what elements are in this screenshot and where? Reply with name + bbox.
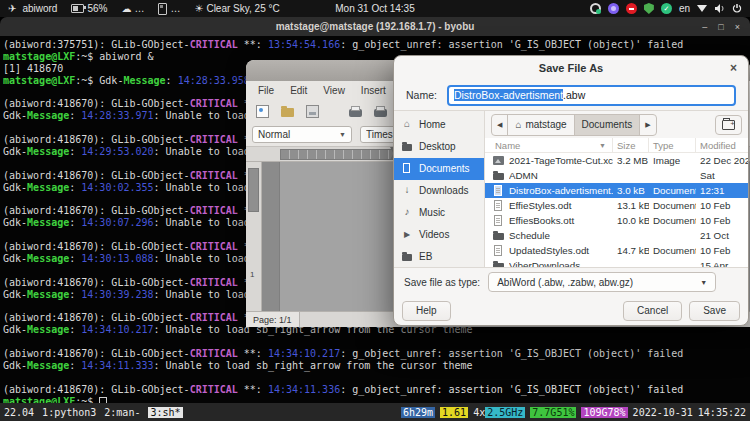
save-icon[interactable] [306, 105, 319, 118]
sidebar-item-label: Documents [419, 163, 470, 174]
vertical-ruler[interactable]: 1 [246, 162, 262, 311]
help-button[interactable]: Help [402, 301, 451, 321]
shield-tray-icon[interactable] [644, 3, 654, 14]
file-row[interactable]: UpdatedStyles.odt14.7 kBDocument10 Feb [485, 243, 748, 258]
filename-selected-text: DistroBox-advertisment [454, 89, 563, 101]
byobu-window-3[interactable]: 3:sh* [148, 407, 182, 418]
sidebar-item-label: Videos [419, 229, 449, 240]
power-icon[interactable] [732, 3, 742, 14]
music-icon [401, 207, 413, 218]
column-size[interactable]: Size [613, 138, 649, 152]
device-value: … [170, 3, 180, 14]
battery-indicator[interactable]: 56% [71, 3, 107, 14]
byobu-uptime: 6h29m [401, 407, 435, 418]
sidebar-item-eb[interactable]: EB [394, 245, 484, 267]
terminal-titlebar[interactable]: matstage@matstage (192.168.1.7) - byobu … [0, 17, 750, 36]
file-row[interactable]: ADMNSat [485, 168, 748, 183]
cloud-indicator[interactable]: ☁ … [121, 3, 144, 14]
dialog-title: Save File As [539, 62, 603, 74]
file-row[interactable]: Schedule21 Oct [485, 228, 748, 243]
volume-icon[interactable] [714, 3, 725, 14]
file-name: ADMN [509, 170, 613, 181]
home-icon [401, 119, 413, 130]
menu-edit[interactable]: Edit [282, 83, 315, 98]
save-button[interactable]: Save [689, 301, 740, 321]
terminal-line [3, 372, 747, 384]
sidebar-item-downloads[interactable]: Downloads [394, 180, 484, 202]
document-icon [493, 200, 504, 211]
name-label: Name: [406, 89, 437, 101]
file-row[interactable]: EffiesBooks.ott10.0 kBDocument10 Feb [485, 213, 748, 228]
keyboard-layout[interactable]: en [679, 3, 690, 14]
byobu-cpu-freq: 2.5GHz [485, 407, 525, 418]
network-icon[interactable] [697, 5, 707, 12]
close-button[interactable]: × [735, 22, 740, 32]
maximize-button[interactable]: □ [718, 22, 723, 32]
column-type[interactable]: Type [649, 138, 696, 152]
breadcrumb-home[interactable]: ⌂ matstage [508, 115, 574, 135]
menu-view[interactable]: View [315, 83, 353, 98]
filetype-dropdown[interactable]: AbiWord (.abw, .zabw, abw.gz) ▼ [488, 272, 716, 292]
sidebar-item-desktop[interactable]: Desktop [394, 136, 484, 158]
device-indicator[interactable]: … [158, 3, 180, 15]
file-type: Document [649, 200, 696, 211]
document-icon [493, 245, 504, 256]
sidebar-item-home[interactable]: Home [394, 114, 484, 136]
folder-icon [493, 230, 504, 241]
back-button[interactable]: ◀ [492, 115, 508, 135]
sidebar-item-videos[interactable]: Videos [394, 223, 484, 245]
byobu-window-2[interactable]: 2:man- [104, 407, 140, 418]
screencast-tray-icon[interactable] [590, 3, 601, 14]
byobu-date: 2022-10-31 [633, 407, 693, 418]
forward-button[interactable]: ▶ [640, 115, 655, 135]
path-bar: ◀ ⌂ matstage Documents ▶ [485, 111, 748, 138]
new-folder-button[interactable] [715, 115, 742, 135]
sidebar-item-music[interactable]: Music [394, 201, 484, 223]
file-type: Document [649, 245, 696, 256]
abiword-app-icon: ✈ [8, 4, 16, 14]
file-modified: 21 Oct [696, 230, 748, 241]
file-list-header: Name ▼ Size Type Modified [485, 138, 748, 153]
notification-tray-icon[interactable] [626, 3, 637, 14]
print-preview-icon[interactable] [374, 109, 387, 117]
cancel-button[interactable]: Cancel [623, 301, 682, 321]
file-row[interactable]: ViberDownloads15 Apr [485, 258, 748, 267]
byobu-window-1[interactable]: 1:python3 [42, 407, 96, 418]
viber-tray-icon[interactable] [608, 3, 619, 14]
minimize-button[interactable]: – [702, 22, 707, 32]
page-indicator[interactable]: Page: 1/1 [246, 312, 300, 327]
file-type: Document [649, 215, 696, 226]
file-name: 2021-TageTomte-Cut.xcf [509, 155, 613, 166]
sidebar-item-label: Music [419, 207, 445, 218]
updates-ok-tray-icon[interactable]: ✓ [661, 3, 672, 14]
filetype-row: Save file as type: AbiWord (.abw, .zabw,… [394, 268, 748, 296]
style-dropdown[interactable]: Normal ▼ [252, 126, 352, 143]
page-margin-strip [262, 162, 280, 311]
new-document-icon[interactable] [256, 105, 269, 118]
breadcrumb-current[interactable]: Documents [575, 115, 641, 135]
focused-app-name[interactable]: abiword [22, 3, 57, 14]
style-name: Normal [258, 129, 290, 140]
sidebar-item-documents[interactable]: Documents [394, 158, 484, 180]
column-modified[interactable]: Modified [696, 138, 748, 152]
filename-input[interactable]: DistroBox-advertisment .abw [447, 85, 736, 106]
filetype-label: Save file as type: [404, 277, 480, 288]
byobu-load: 1.61 [440, 407, 468, 418]
filename-extension: .abw [563, 89, 585, 101]
byobu-disk: 109G78% [581, 407, 627, 418]
folder-icon [493, 260, 504, 267]
column-name[interactable]: Name ▼ [485, 138, 613, 152]
image-icon [493, 155, 504, 166]
print-icon[interactable] [349, 109, 362, 117]
terminal-line: (abiword:418670): GLib-GObject-CRITICAL … [3, 384, 747, 396]
menu-file[interactable]: File [250, 83, 282, 98]
weather-indicator[interactable]: ☀ Clear Sky, 25 °C [194, 3, 279, 14]
file-row[interactable]: EffieStyles.odt13.1 kBDocument10 Feb [485, 198, 748, 213]
open-folder-icon[interactable] [281, 108, 294, 117]
dialog-titlebar[interactable]: Save File As × [394, 56, 748, 80]
file-row[interactable]: 2021-TageTomte-Cut.xcf3.2 MBImage22 Dec … [485, 153, 748, 168]
menu-insert[interactable]: Insert [353, 83, 394, 98]
file-modified: 22 Dec 2021 [696, 155, 748, 166]
file-row[interactable]: DistroBox-advertisment.abw3.0 kBDocument… [485, 183, 748, 198]
close-icon[interactable]: × [730, 62, 737, 74]
